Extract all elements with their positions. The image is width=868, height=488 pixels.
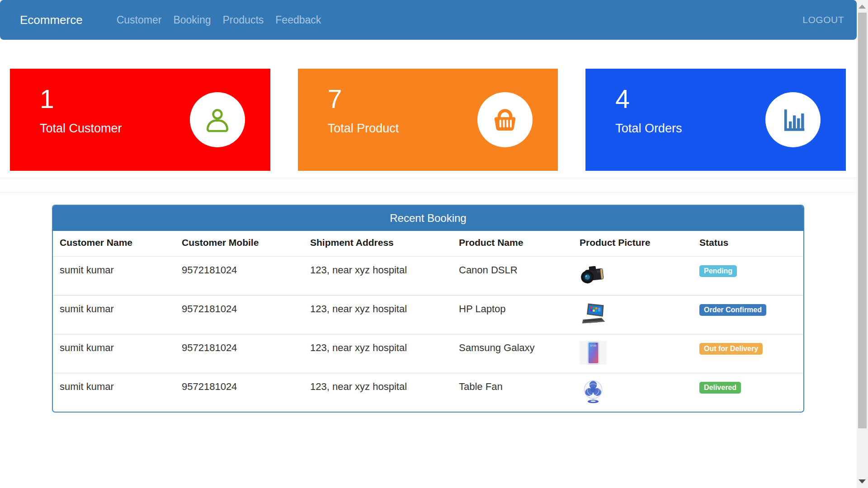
bar-chart-icon	[765, 92, 821, 147]
logout-link[interactable]: LOGOUT	[802, 14, 844, 25]
cell-shipment-address: 123, near xyz hospital	[303, 334, 452, 373]
col-customer-name: Customer Name	[53, 231, 175, 256]
stat-card-total-customer: 1 Total Customer	[10, 69, 270, 171]
svg-text:07:00: 07:00	[590, 344, 596, 347]
cell-customer-mobile: 9572181024	[175, 295, 303, 334]
nav-links: Customer Booking Products Feedback	[111, 14, 327, 26]
recent-booking-panel: Recent Booking Customer Name Customer Mo…	[52, 205, 804, 413]
col-customer-mobile: Customer Mobile	[175, 231, 303, 256]
col-status: Status	[693, 231, 803, 256]
brand-ecommerce[interactable]: Ecommerce	[20, 13, 83, 27]
person-icon	[190, 92, 245, 147]
nav-item-products[interactable]: Products	[217, 14, 270, 26]
cell-status: Out for Delivery	[693, 334, 803, 373]
cell-customer-name: sumit kumar	[53, 373, 175, 412]
cell-product-name: Canon DSLR	[452, 256, 573, 295]
booking-row: sumit kumar 9572181024 123, near xyz hos…	[53, 334, 803, 373]
laptop-photo	[580, 301, 607, 327]
cell-customer-mobile: 9572181024	[175, 373, 303, 412]
recent-booking-table: Customer Name Customer Mobile Shipment A…	[53, 231, 803, 412]
nav-item-booking[interactable]: Booking	[167, 14, 217, 26]
basket-icon	[477, 92, 533, 147]
camera-photo	[580, 263, 607, 288]
cell-shipment-address: 123, near xyz hospital	[303, 373, 452, 412]
scrollbar-thumb[interactable]	[858, 13, 867, 428]
nav-item-customer[interactable]: Customer	[111, 14, 168, 26]
scroll-down-arrow-icon[interactable]	[859, 479, 866, 483]
col-product-picture: Product Picture	[573, 231, 693, 256]
cell-status: Delivered	[693, 373, 803, 412]
page: Ecommerce Customer Booking Products Feed…	[0, 0, 857, 413]
cell-customer-mobile: 9572181024	[175, 256, 303, 295]
scroll-up-arrow-icon[interactable]	[859, 5, 866, 9]
section-divider	[0, 178, 857, 192]
status-badge-delivered: Delivered	[699, 382, 741, 394]
cell-shipment-address: 123, near xyz hospital	[303, 295, 452, 334]
nav-item-feedback[interactable]: Feedback	[269, 14, 327, 26]
cell-product-picture	[573, 295, 693, 334]
cell-shipment-address: 123, near xyz hospital	[303, 256, 452, 295]
stat-card-total-product: 7 Total Product	[298, 69, 558, 171]
cell-product-name: HP Laptop	[452, 295, 573, 334]
cell-product-picture: 07:00	[573, 334, 693, 373]
cell-product-picture	[573, 256, 693, 295]
cell-status: Order Confirmed	[693, 295, 803, 334]
vertical-scrollbar[interactable]	[857, 0, 868, 488]
top-navbar: Ecommerce Customer Booking Products Feed…	[0, 0, 857, 40]
cell-product-picture	[573, 373, 693, 412]
stat-cards: 1 Total Customer 7 Total Product	[10, 69, 846, 171]
status-badge-pending: Pending	[699, 265, 737, 277]
booking-row: sumit kumar 9572181024 123, near xyz hos…	[53, 373, 803, 412]
col-product-name: Product Name	[452, 231, 573, 256]
cell-status: Pending	[693, 256, 803, 295]
status-badge-out-for-delivery: Out for Delivery	[699, 343, 763, 355]
cell-product-name: Samsung Galaxy	[452, 334, 573, 373]
col-shipment-address: Shipment Address	[303, 231, 452, 256]
panel-title: Recent Booking	[53, 206, 803, 231]
stat-card-total-orders: 4 Total Orders	[585, 69, 846, 171]
cell-customer-name: sumit kumar	[53, 256, 175, 295]
phone-photo: 07:00	[580, 340, 607, 366]
cell-customer-name: sumit kumar	[53, 295, 175, 334]
cell-customer-name: sumit kumar	[53, 334, 175, 373]
cell-customer-mobile: 9572181024	[175, 334, 303, 373]
fan-photo	[580, 379, 607, 404]
status-badge-order-confirmed: Order Confirmed	[699, 304, 766, 316]
table-header-row: Customer Name Customer Mobile Shipment A…	[53, 231, 803, 256]
cell-product-name: Table Fan	[452, 373, 573, 412]
booking-row: sumit kumar 9572181024 123, near xyz hos…	[53, 256, 803, 295]
booking-row: sumit kumar 9572181024 123, near xyz hos…	[53, 295, 803, 334]
